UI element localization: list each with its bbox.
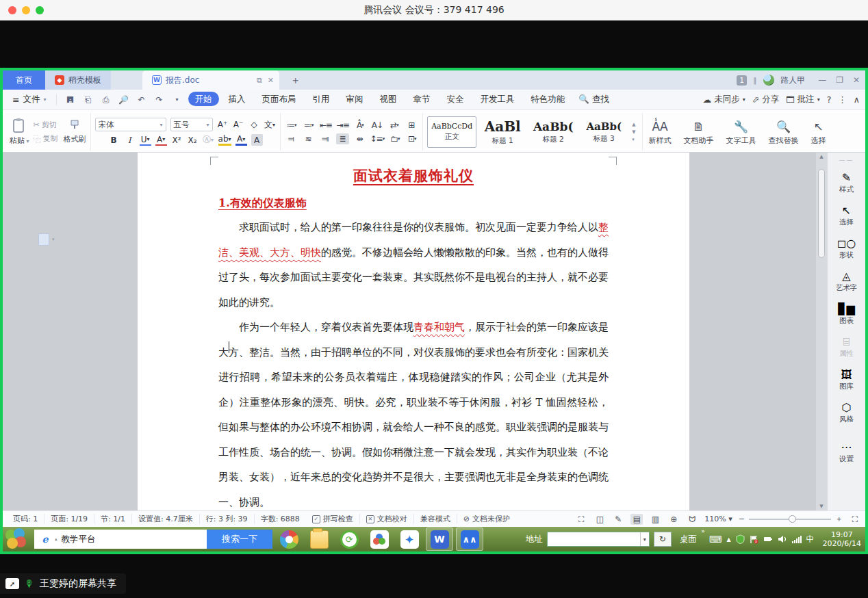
sort-icon[interactable]: A↓ xyxy=(370,120,383,131)
line-spacing-icon[interactable]: ↕≡▾ xyxy=(370,133,385,144)
tray-clock[interactable]: 19:07 2020/6/14 xyxy=(823,530,861,548)
taskbar-app-wps-writer[interactable]: W xyxy=(426,528,453,551)
menu-item[interactable]: 页面布局 xyxy=(255,92,303,106)
zoom-level[interactable]: 110% ▾ xyxy=(704,515,732,523)
document-paragraph[interactable]: 求职面试时，给人的第一印象往往是你的仪表服饰。初次见面一定要力争给人以整洁、美观… xyxy=(218,215,609,315)
vertical-scrollbar[interactable]: ▲ ▼ xyxy=(816,153,827,510)
search-input[interactable]: e ▴ 教学平台 xyxy=(34,530,207,549)
style-card[interactable]: AaBbCcDd 正文 xyxy=(427,116,476,148)
ribbon-tool-button[interactable]: 🔍 查找替换 xyxy=(763,113,805,151)
scroll-up-icon[interactable]: ▲ xyxy=(819,154,823,159)
close-icon[interactable]: ✕ xyxy=(853,75,860,85)
undo-icon[interactable]: ↶ xyxy=(136,94,147,105)
new-tab-plus-icon[interactable]: ＋ xyxy=(279,70,311,90)
tab-home[interactable]: 首页 xyxy=(3,70,45,90)
outline-view-icon[interactable]: ▥ xyxy=(649,514,661,525)
clear-format-icon[interactable]: ◇ xyxy=(248,119,260,131)
scrollbar-thumb[interactable] xyxy=(818,169,825,258)
style-card[interactable]: AaBl 标题 1 xyxy=(478,116,527,148)
sidebar-item[interactable]: ⋯ 设置 xyxy=(828,436,865,469)
sidebar-item[interactable]: ⌸ 属性 xyxy=(828,330,865,363)
floating-doc-widget[interactable]: ▾ xyxy=(38,233,55,246)
fit-page-icon[interactable]: ⛶ xyxy=(849,514,861,525)
taskbar-app-wps-cloud[interactable] xyxy=(366,528,393,551)
keyboard-icon[interactable]: ⌨ xyxy=(709,534,722,545)
menu-item[interactable]: 审阅 xyxy=(339,92,370,106)
file-menu[interactable]: ≡ 文件 ▾ xyxy=(8,94,51,105)
scroll-down-icon[interactable]: ▼ xyxy=(819,504,823,509)
zoom-in-icon[interactable]: ＋ xyxy=(835,514,843,524)
write-mode-icon[interactable]: ✎ xyxy=(612,514,624,525)
bullet-list-icon[interactable]: ≔▾ xyxy=(285,120,298,131)
present-icon[interactable]: ⧉ xyxy=(257,76,262,85)
shading-icon[interactable]: 🗀▾ xyxy=(388,133,401,144)
screen-share-banner[interactable]: 🎙 王雯婷的屏幕共享 xyxy=(0,573,126,594)
copy-button[interactable]: ⿻复制 xyxy=(34,133,58,144)
decrease-indent-icon[interactable]: ⇤≡ xyxy=(319,120,332,131)
document-heading[interactable]: 1.有效的仪表服饰 xyxy=(218,196,609,211)
web-view-icon[interactable]: ⊕ xyxy=(667,514,680,525)
italic-button[interactable]: I xyxy=(124,134,136,146)
font-color-button[interactable]: A▾ xyxy=(235,134,247,146)
fullscreen-icon[interactable]: ⛶ xyxy=(575,514,587,525)
sidebar-item[interactable]: ↖ 选择 xyxy=(828,199,865,232)
style-card[interactable]: AaBb( 标题 2 xyxy=(528,116,578,148)
paragraph-mark-icon[interactable]: ⇄▾ xyxy=(387,120,400,131)
menu-item[interactable]: 特色功能 xyxy=(524,92,572,106)
power-icon[interactable] xyxy=(763,535,773,543)
ribbon-tool-button[interactable]: 🔧 文字工具 xyxy=(720,113,763,151)
more-options-icon[interactable]: ⋮ xyxy=(838,94,847,105)
tab-docer[interactable]: ◆ 稻壳模板 xyxy=(45,70,111,90)
print-icon[interactable]: ⎙ xyxy=(101,94,112,105)
show-hidden-icon[interactable]: ▲ xyxy=(726,536,730,543)
share-button[interactable]: ⬀ 分享 xyxy=(752,94,779,105)
search-go-button[interactable]: 搜索一下 xyxy=(207,530,272,549)
overflow-chevron-icon[interactable]: » xyxy=(701,528,705,534)
style-card[interactable]: AaBb( 标题 3 xyxy=(579,116,628,148)
highlight-color-button[interactable]: ab▾ xyxy=(218,134,231,146)
customize-toolbar-icon[interactable]: ▾ xyxy=(172,94,183,105)
document-title[interactable]: 面试衣着服饰礼仪 xyxy=(218,166,609,185)
export-icon[interactable]: ⎗ xyxy=(83,94,94,105)
spell-check-button[interactable]: ✓ 拼写检查 xyxy=(306,514,360,524)
taskbar-app-360-security[interactable] xyxy=(335,528,363,551)
protection-status[interactable]: ⊘ 文档未保护 xyxy=(457,514,516,524)
increase-font-icon[interactable]: A⁺ xyxy=(217,119,229,131)
zoom-knob[interactable] xyxy=(789,515,796,523)
numbered-list-icon[interactable]: ≕▾ xyxy=(302,120,315,131)
subscript-button[interactable]: X₂ xyxy=(187,134,199,146)
restore-icon[interactable]: ❐ xyxy=(836,75,843,85)
start-orb[interactable] xyxy=(4,528,30,550)
align-left-icon[interactable]: ⫤ xyxy=(285,133,298,144)
ribbon-tool-button[interactable]: ↖ 选择 xyxy=(805,113,832,151)
tab-document[interactable]: W 报告.doc ⧉ ✕ xyxy=(142,70,279,90)
format-painter-button[interactable]: 格式刷 xyxy=(64,119,86,144)
underline-button[interactable]: U▾ xyxy=(140,134,151,146)
bold-button[interactable]: B xyxy=(108,134,120,146)
menu-item[interactable]: 引用 xyxy=(305,92,336,106)
collapse-ribbon-icon[interactable]: ∧ xyxy=(854,94,860,105)
gallery-more-icon[interactable]: ▾ xyxy=(632,137,635,142)
taskbar-app-thunder[interactable]: ✦ xyxy=(396,528,423,551)
borders-icon[interactable]: ⊡▾ xyxy=(405,133,418,144)
zoom-track[interactable] xyxy=(749,519,831,520)
increase-indent-icon[interactable]: ⇥≡ xyxy=(336,120,349,131)
gallery-up-icon[interactable]: ▲ xyxy=(632,122,635,127)
text-effects-icon[interactable]: Ⓐ▾ xyxy=(203,134,214,146)
char-shading-button[interactable]: A xyxy=(251,134,263,146)
text-direction-icon[interactable]: A̐▾ xyxy=(353,120,366,131)
menu-item[interactable]: 安全 xyxy=(439,92,470,106)
network-signal-icon[interactable] xyxy=(792,536,802,543)
minimize-icon[interactable]: — xyxy=(818,75,826,85)
menu-item[interactable]: 插入 xyxy=(221,92,252,106)
document-page[interactable]: 面试衣着服饰礼仪 1.有效的仪表服饰 求职面试时，给人的第一印象往往是你的仪表服… xyxy=(138,153,689,510)
flag-alert-icon[interactable] xyxy=(750,535,758,544)
gallery-down-icon[interactable]: ▼ xyxy=(632,129,635,135)
paste-button[interactable]: 粘贴 ▾ xyxy=(10,118,29,146)
help-button[interactable]: ? xyxy=(827,94,832,105)
sidebar-item[interactable]: ✎ 样式 xyxy=(828,166,865,199)
redo-icon[interactable]: ↷ xyxy=(154,94,165,105)
username[interactable]: 路人甲 xyxy=(780,75,805,86)
sync-status[interactable]: ☁ 未同步 ▾ xyxy=(703,94,745,105)
menu-item[interactable]: 开始 xyxy=(188,92,219,106)
